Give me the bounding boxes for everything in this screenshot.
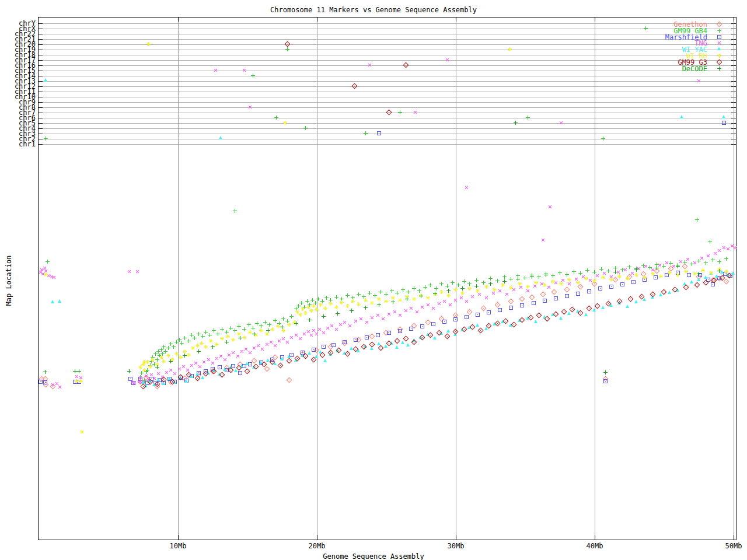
- data-point-gb4: [572, 270, 576, 274]
- data-point-gb4: [204, 330, 208, 334]
- data-point-wirh: [467, 286, 472, 290]
- y-tick: [38, 76, 43, 76]
- data-point-wirh: [323, 306, 327, 310]
- data-point-decode: [544, 273, 548, 277]
- data-point-gb4: [180, 341, 184, 345]
- data-point-gb4: [183, 336, 187, 340]
- data-point-marshfield: [331, 343, 336, 347]
- data-point-decode: [155, 365, 159, 369]
- data-point-wiyac: [315, 355, 318, 358]
- data-point-wirh: [281, 328, 285, 332]
- data-point-wirh: [162, 359, 166, 363]
- data-point-gb4: [273, 318, 277, 323]
- data-point-wirh: [283, 121, 287, 125]
- data-point-wirh: [398, 298, 402, 302]
- data-point-gb4: [599, 267, 603, 271]
- y-tick: [38, 50, 43, 50]
- data-point-wirh: [439, 290, 444, 294]
- data-point-wirh: [174, 352, 179, 356]
- data-point-wiyac: [634, 300, 638, 303]
- data-point-decode: [127, 369, 131, 373]
- data-point-marshfield: [365, 335, 369, 340]
- data-point-gb4: [456, 283, 460, 287]
- data-point-gb4: [187, 339, 191, 343]
- data-point-marshfield: [376, 333, 380, 337]
- data-point-gb4: [627, 265, 631, 269]
- data-point-gb4: [708, 240, 712, 244]
- data-point-decode: [364, 306, 368, 310]
- data-point-marshfield: [43, 380, 47, 384]
- data-point-marshfield: [687, 273, 691, 277]
- data-point-wirh: [370, 301, 374, 305]
- data-point-marshfield: [598, 286, 602, 290]
- data-point-wiyac: [395, 345, 399, 349]
- data-point-decode: [514, 121, 518, 125]
- data-point-wiyac: [567, 312, 571, 315]
- x-axis-label: Genome Sequence Assembly: [0, 552, 747, 560]
- data-point-marshfield: [39, 380, 43, 384]
- data-point-decode: [280, 325, 284, 329]
- data-point-marshfield: [453, 317, 458, 321]
- data-point-marshfield: [238, 371, 242, 375]
- data-point-wirh: [166, 354, 170, 358]
- data-point-gb4: [509, 277, 513, 281]
- data-point-wirh: [643, 275, 647, 279]
- y-tick: [38, 118, 43, 118]
- data-point-decode: [252, 332, 256, 336]
- data-point-marshfield: [387, 331, 391, 335]
- data-point-wirh: [453, 288, 458, 292]
- data-point-wirh: [701, 268, 705, 272]
- data-point-wiyac: [350, 346, 353, 350]
- data-point-marshfield: [322, 345, 326, 349]
- chromosome-row-line: [39, 123, 735, 124]
- data-point-wirh: [146, 42, 151, 46]
- y-tick: [38, 128, 43, 129]
- data-point-wirh: [80, 430, 84, 434]
- data-point-gb4: [495, 279, 500, 283]
- data-point-gb4: [303, 126, 308, 130]
- data-point-decode: [613, 270, 617, 274]
- data-point-wirh: [684, 270, 688, 274]
- x-tick: [178, 17, 179, 22]
- data-point-marshfield: [620, 282, 624, 286]
- y-tick: [38, 71, 43, 71]
- data-point-decode: [266, 328, 270, 332]
- data-point-gb4: [717, 260, 721, 264]
- data-point-gb4: [423, 285, 427, 289]
- data-point-wiyac: [731, 271, 735, 275]
- chromosome-row-line: [39, 81, 735, 82]
- data-point-gb4: [711, 258, 715, 262]
- data-point-wirh: [676, 273, 680, 277]
- y-tick: [38, 29, 43, 29]
- data-point-decode: [502, 279, 507, 284]
- data-point-wirh: [242, 335, 246, 340]
- data-point-gb4: [233, 209, 237, 213]
- data-point-wirh: [501, 283, 505, 287]
- data-point-gb4: [379, 290, 383, 294]
- data-point-wiyac: [715, 274, 718, 278]
- data-point-gb4: [44, 136, 48, 141]
- data-point-wirh: [391, 296, 395, 300]
- data-point-gb4: [537, 275, 541, 279]
- data-point-gb4: [439, 282, 444, 286]
- data-point-wiyac: [704, 275, 707, 279]
- data-point-wirh: [215, 342, 219, 346]
- data-point-decode: [225, 340, 229, 344]
- chromosome-row-line: [39, 139, 735, 139]
- data-point-wirh: [377, 297, 381, 301]
- data-point-wirh: [265, 332, 269, 336]
- data-point-wirh: [315, 307, 319, 312]
- x-gridline: [317, 18, 317, 539]
- data-point-wirh: [187, 353, 191, 357]
- data-point-decode: [238, 336, 242, 340]
- data-point-gb4: [704, 261, 708, 265]
- x-gridline: [734, 18, 734, 539]
- data-point-wiyac: [223, 368, 226, 371]
- y-tick: [38, 144, 43, 145]
- data-point-wirh: [484, 285, 488, 289]
- data-point-wiyac: [219, 136, 222, 139]
- data-point-gb4: [255, 321, 259, 326]
- chromosome-row-line: [39, 92, 735, 92]
- data-point-gb4: [267, 323, 271, 327]
- data-point-wirh: [543, 283, 547, 287]
